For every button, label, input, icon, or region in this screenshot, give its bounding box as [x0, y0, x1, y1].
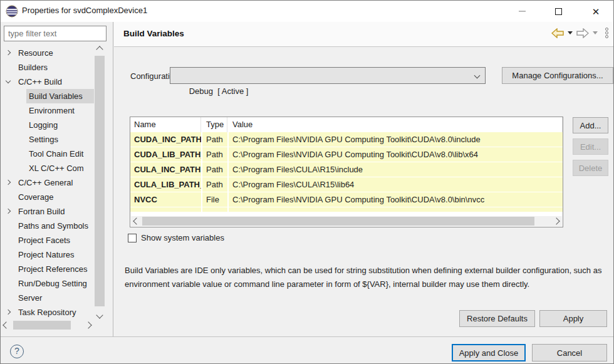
sidebar-item-build-variables[interactable]: Build Variables [1, 89, 95, 103]
variables-table-header: NameTypeValue [130, 117, 563, 132]
cell-value: C:\Program Files\CULA\R15\include [229, 162, 563, 177]
main-panel: Build Variables Configuration: Debug [ A… [114, 22, 614, 336]
cell-value: C:\Program Files\NVIDIA GPU Computing To… [229, 132, 563, 147]
sidebar-item-task-repository[interactable]: Task Repository [1, 305, 95, 319]
sidebar-item-project-natures[interactable]: Project Natures [1, 247, 95, 262]
sidebar-vertical-scrollbar[interactable] [94, 44, 105, 320]
add-button[interactable]: Add... [573, 117, 608, 133]
scrollbar-thumb[interactable] [142, 217, 534, 226]
sidebar-item-run-debug-setting[interactable]: Run/Debug Setting [1, 276, 95, 291]
restore-defaults-button[interactable]: Restore Defaults [459, 310, 535, 327]
apply-button[interactable]: Apply [539, 310, 607, 327]
cell-value: C:\Program Files\NVIDIA GPU Computing To… [229, 192, 563, 207]
scroll-right-icon[interactable] [85, 321, 91, 328]
chevron-right-icon[interactable] [6, 309, 11, 315]
minimize-button[interactable] [508, 1, 536, 22]
delete-button[interactable]: Delete [573, 160, 608, 176]
column-header-name[interactable]: Name [130, 117, 201, 132]
sidebar-item-label: Builders [16, 60, 50, 75]
help-icon[interactable]: ? [10, 345, 24, 358]
sidebar-item-logging[interactable]: Logging [1, 118, 95, 132]
eclipse-logo-icon [6, 5, 18, 18]
column-header-value[interactable]: Value [229, 117, 563, 132]
table-row[interactable]: CUDA_LIB_PATH_64PathC:\Program Files\NVI… [130, 147, 563, 162]
table-row[interactable]: NVCCFileC:\Program Files\NVIDIA GPU Comp… [130, 192, 563, 207]
description-text: Build Variables are IDE only variables, … [125, 264, 605, 291]
chevron-down-icon [474, 73, 481, 79]
sidebar-item-label: Build Variables [26, 89, 95, 103]
sidebar-item-environment[interactable]: Environment [1, 103, 95, 118]
cell-empty [202, 207, 227, 212]
view-menu-icon[interactable] [605, 28, 608, 38]
properties-dialog: Properties for svdComplexDevice1 ✕ Resou… [0, 0, 614, 364]
cell-empty [229, 207, 563, 212]
close-button[interactable]: ✕ [582, 1, 610, 22]
variables-table: NameTypeValue CUDA_INC_PATHPathC:\Progra… [130, 117, 563, 227]
cell-type: File [202, 192, 227, 207]
cell-empty [130, 207, 201, 212]
sidebar-item-tool-chain-edit[interactable]: Tool Chain Edit [1, 147, 95, 161]
page-header: Build Variables [114, 22, 614, 47]
manage-configurations-button[interactable]: Manage Configurations... [502, 67, 613, 84]
sidebar-item-label: Server [16, 291, 44, 305]
cell-name: CULA_LIB_PATH_64 [130, 177, 201, 192]
window-title: Properties for svdComplexDevice1 [22, 6, 147, 15]
column-header-type[interactable]: Type [202, 117, 227, 132]
table-row[interactable]: CUDA_INC_PATHPathC:\Program Files\NVIDIA… [130, 132, 563, 147]
sidebar-item-xl-c-c-com[interactable]: XL C/C++ Com [1, 161, 95, 175]
filter-input[interactable] [4, 26, 107, 41]
sidebar-horizontal-scrollbar[interactable] [1, 320, 94, 330]
table-row-clipped [130, 207, 563, 212]
sidebar-item-label: Settings [26, 132, 61, 147]
cancel-button[interactable]: Cancel [532, 344, 607, 361]
cell-type: Path [202, 162, 227, 177]
table-row[interactable]: CULA_LIB_PATH_64PathC:\Program Files\CUL… [130, 177, 563, 192]
close-icon: ✕ [592, 7, 600, 16]
sidebar-item-label: Fortran Build [16, 204, 67, 219]
sidebar-item-fortran-build[interactable]: Fortran Build [1, 204, 95, 219]
dialog-footer: ? Apply and Close Cancel [1, 336, 613, 364]
sidebar-tree: ResourceBuildersC/C++ BuildBuild Variabl… [1, 46, 95, 319]
maximize-button[interactable] [544, 1, 572, 22]
show-system-variables-row[interactable]: Show system variables [128, 233, 224, 242]
chevron-right-icon[interactable] [6, 209, 11, 214]
sidebar-item-c-c-general[interactable]: C/C++ General [1, 175, 95, 190]
forward-menu-icon[interactable] [593, 31, 598, 34]
back-icon[interactable] [551, 28, 564, 38]
sidebar-item-builders[interactable]: Builders [1, 60, 95, 75]
table-horizontal-scrollbar[interactable] [131, 216, 562, 226]
scrollbar-thumb[interactable] [95, 56, 105, 306]
sidebar-item-label: Run/Debug Setting [16, 276, 90, 291]
sidebar-item-paths-and-symbols[interactable]: Paths and Symbols [1, 219, 95, 233]
cell-type: Path [202, 147, 227, 162]
chevron-down-icon[interactable] [6, 78, 11, 83]
sidebar-item-label: Tool Chain Edit [26, 147, 86, 161]
scroll-left-icon[interactable] [3, 321, 9, 328]
show-system-variables-checkbox[interactable] [128, 234, 137, 242]
cell-type: Path [202, 177, 227, 192]
scrollbar-thumb[interactable] [13, 321, 71, 330]
checkbox-label: Show system variables [141, 233, 224, 242]
sidebar-item-resource[interactable]: Resource [1, 46, 95, 60]
forward-icon[interactable] [576, 28, 589, 38]
configuration-dropdown[interactable]: Debug [ Active ] [170, 67, 486, 84]
sidebar-item-settings[interactable]: Settings [1, 132, 95, 147]
sidebar-item-c-c-build[interactable]: C/C++ Build [1, 75, 95, 89]
chevron-right-icon[interactable] [6, 50, 11, 55]
apply-and-close-button[interactable]: Apply and Close [452, 344, 526, 361]
back-menu-icon[interactable] [568, 31, 573, 34]
scroll-left-icon[interactable] [133, 217, 140, 224]
scroll-up-icon[interactable] [96, 46, 103, 53]
chevron-right-icon[interactable] [6, 180, 11, 185]
sidebar-item-server[interactable]: Server [1, 291, 95, 305]
sidebar-item-label: C/C++ General [16, 175, 75, 190]
sidebar-item-coverage[interactable]: Coverage [1, 190, 95, 204]
sidebar-item-label: Paths and Symbols [16, 219, 91, 233]
table-row[interactable]: CULA_INC_PATHPathC:\Program Files\CULA\R… [130, 162, 563, 177]
scroll-down-icon[interactable] [96, 311, 103, 318]
sidebar-item-project-references[interactable]: Project References [1, 262, 95, 276]
cell-name: CULA_INC_PATH [130, 162, 201, 177]
sidebar-item-project-facets[interactable]: Project Facets [1, 233, 95, 247]
edit-button[interactable]: Edit... [573, 138, 608, 155]
scroll-right-icon[interactable] [553, 217, 559, 224]
